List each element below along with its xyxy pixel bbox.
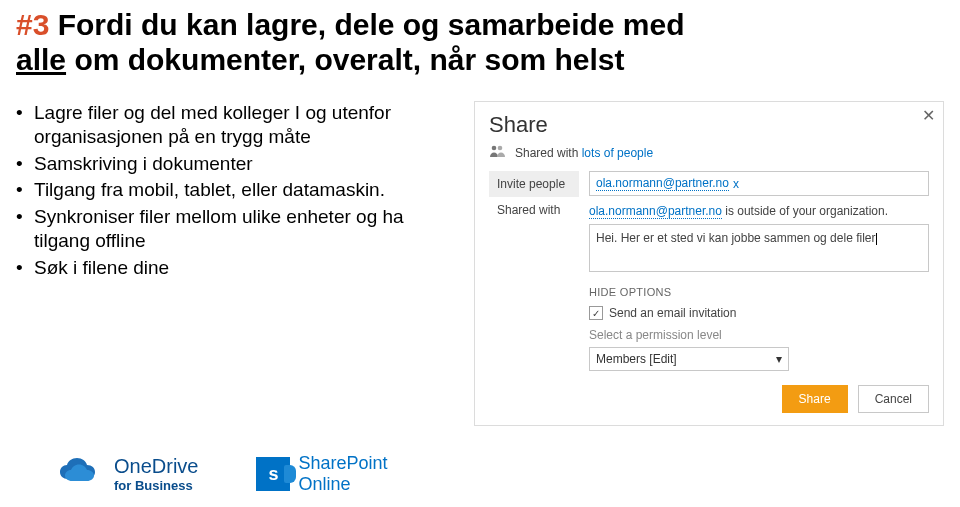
list-item: Søk i filene dine: [16, 256, 456, 280]
chevron-down-icon: ▾: [776, 352, 782, 366]
title-underlined: alle: [16, 43, 66, 76]
send-email-label: Send an email invitation: [609, 306, 736, 320]
onedrive-cloud-icon: [58, 457, 106, 491]
share-button[interactable]: Share: [782, 385, 848, 413]
onedrive-text-line1: OneDrive: [114, 455, 198, 478]
logo-row: OneDrive for Business s SharePoint Onlin…: [58, 453, 388, 495]
list-item: Synkroniser filer mellom ulike enheter o…: [16, 205, 456, 253]
external-warning: ola.normann@partner.no is outside of you…: [589, 204, 929, 218]
dialog-tabs: Invite people Shared with: [489, 171, 579, 413]
message-input[interactable]: Hei. Her er et sted vi kan jobbe sammen …: [589, 224, 929, 272]
external-suffix: is outside of your organization.: [722, 204, 888, 218]
title-hash: #3: [16, 8, 49, 41]
list-item: Samskriving i dokumenter: [16, 152, 456, 176]
shared-with-row: Shared with lots of people: [489, 144, 929, 161]
sharepoint-tile-letter: s: [268, 464, 278, 485]
sharepoint-logo: s SharePoint Online: [256, 453, 387, 495]
cancel-button[interactable]: Cancel: [858, 385, 929, 413]
text-cursor: [876, 233, 877, 245]
remove-recipient-icon[interactable]: x: [733, 177, 739, 191]
send-email-checkbox[interactable]: ✓: [589, 306, 603, 320]
recipients-input[interactable]: ola.normann@partner.no x: [589, 171, 929, 196]
permission-label: Select a permission level: [589, 328, 929, 342]
message-text: Hei. Her er et sted vi kan jobbe sammen …: [596, 231, 875, 245]
svg-point-0: [492, 146, 497, 151]
bullet-list: Lagre filer og del med kolleger I og ute…: [16, 101, 456, 426]
list-item: Tilgang fra mobil, tablet, eller datamas…: [16, 178, 456, 202]
permission-value: Members [Edit]: [596, 352, 677, 366]
title-part1: Fordi du kan lagre, dele og samarbeide m…: [49, 8, 684, 41]
tab-invite-people[interactable]: Invite people: [489, 171, 579, 197]
share-dialog: ✕ Share Shared with lots of people Invit…: [474, 101, 944, 426]
slide-title: #3 Fordi du kan lagre, dele og samarbeid…: [0, 0, 960, 77]
people-icon: [489, 144, 507, 161]
permission-select[interactable]: Members [Edit] ▾: [589, 347, 789, 371]
close-icon[interactable]: ✕: [922, 106, 935, 125]
title-part2: om dokumenter, overalt, når som helst: [66, 43, 625, 76]
sharepoint-text-line2: Online: [298, 474, 387, 495]
list-item: Lagre filer og del med kolleger I og ute…: [16, 101, 456, 149]
sharepoint-tile-icon: s: [256, 457, 290, 491]
shared-with-prefix: Shared with: [515, 146, 582, 160]
tab-shared-with[interactable]: Shared with: [489, 197, 579, 223]
onedrive-text-line2: for Business: [114, 478, 198, 493]
onedrive-logo: OneDrive for Business: [58, 455, 198, 493]
sharepoint-text-line1: SharePoint: [298, 453, 387, 474]
shared-with-link[interactable]: lots of people: [582, 146, 653, 160]
svg-point-1: [498, 146, 503, 151]
external-email: ola.normann@partner.no: [589, 204, 722, 219]
recipient-chip: ola.normann@partner.no: [596, 176, 729, 191]
hide-options-link[interactable]: HIDE OPTIONS: [589, 286, 929, 298]
dialog-title: Share: [489, 112, 929, 138]
